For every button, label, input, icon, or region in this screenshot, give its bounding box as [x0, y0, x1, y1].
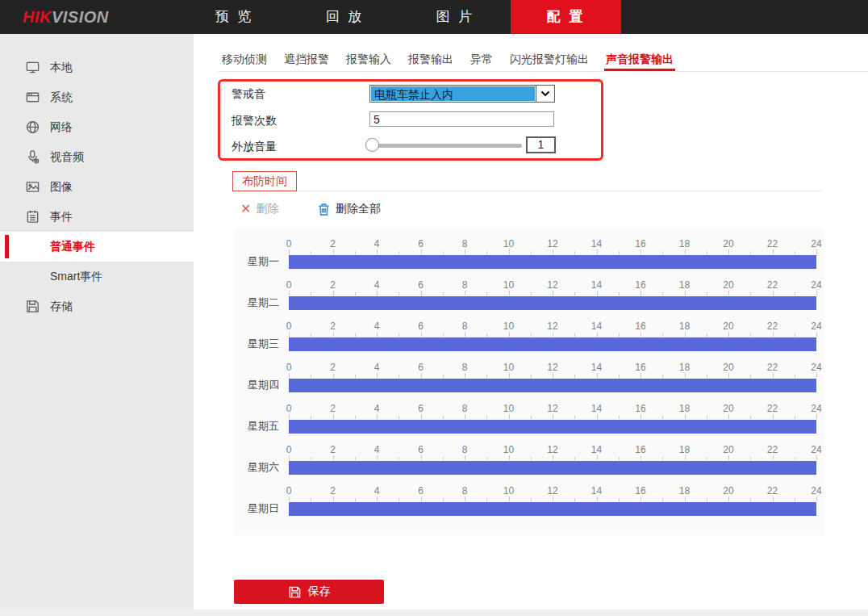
- sidebar-item-event[interactable]: 事件: [0, 202, 194, 232]
- hour-tick: [553, 373, 553, 378]
- hour-label: 10: [503, 404, 514, 414]
- hour-tick: [355, 457, 356, 460]
- schedule-bar-zone[interactable]: [289, 296, 816, 310]
- hour-label: 24: [811, 404, 821, 414]
- schedule-bar-zone[interactable]: [289, 337, 816, 351]
- topnav-tab-config[interactable]: 配 置: [511, 0, 621, 34]
- sidebar-item-image[interactable]: 图像: [0, 172, 194, 202]
- hour-tick: [773, 497, 774, 501]
- hour-label: 0: [286, 321, 292, 332]
- schedule-bar[interactable]: [289, 255, 816, 269]
- hour-label: 24: [811, 239, 821, 249]
- alarm-times-input[interactable]: [369, 111, 554, 127]
- schedule-day-row: 星期一024681012141618202224: [234, 239, 824, 280]
- save-button[interactable]: 保存: [234, 580, 384, 604]
- hour-tick: [443, 375, 444, 378]
- sidebar-item-video-audio[interactable]: 视音频: [0, 142, 194, 172]
- schedule-bar[interactable]: [289, 502, 816, 516]
- subtab-motion[interactable]: 移动侦测: [220, 50, 269, 71]
- monitor-icon: [25, 60, 41, 76]
- hour-label: 10: [503, 321, 514, 332]
- hour-tick: [662, 333, 663, 337]
- schedule-bar[interactable]: [289, 296, 816, 310]
- arming-schedule-tab[interactable]: 布防时间: [232, 171, 297, 191]
- sidebar-item-storage[interactable]: 存储: [0, 291, 194, 321]
- hour-tick: [443, 251, 444, 254]
- subtab-exception[interactable]: 异常: [469, 50, 495, 71]
- hour-tick: [773, 291, 774, 295]
- topnav-tab-preview[interactable]: 预 览: [179, 0, 290, 34]
- hour-label: 0: [286, 362, 292, 373]
- volume-slider[interactable]: [372, 137, 522, 153]
- schedule-bar[interactable]: [289, 379, 816, 392]
- hour-label: 18: [679, 239, 690, 249]
- save-label: 保存: [308, 585, 331, 599]
- sidebar-item-basic-event[interactable]: 普通事件: [0, 232, 194, 262]
- hour-label: 10: [503, 486, 514, 497]
- volume-value-box[interactable]: 1: [526, 136, 556, 153]
- volume-slider-handle[interactable]: [365, 138, 379, 152]
- schedule-bar[interactable]: [289, 420, 816, 434]
- hour-label: 14: [591, 404, 602, 414]
- hour-tick: [597, 497, 598, 501]
- hour-label: 16: [635, 239, 645, 249]
- hour-tick: [333, 455, 334, 460]
- sidebar-item-network[interactable]: 网络: [0, 112, 194, 142]
- hour-tick: [355, 251, 356, 254]
- hour-label: 18: [679, 362, 690, 373]
- hour-label: 18: [679, 404, 690, 414]
- hour-label: 16: [635, 445, 645, 455]
- hour-label: 6: [418, 280, 424, 291]
- schedule-day-row: 星期四024681012141618202224: [234, 362, 824, 404]
- subtab-alarm-in[interactable]: 报警输入: [344, 50, 393, 71]
- hour-tick: [816, 455, 817, 460]
- subtab-audio-output[interactable]: 声音报警输出: [604, 50, 675, 71]
- main-content: 移动侦测遮挡报警报警输入报警输出异常闪光报警灯输出声音报警输出 警戒音 报警次数…: [194, 34, 868, 610]
- topnav-tab-picture[interactable]: 图 片: [400, 0, 511, 34]
- subtab-flash-output[interactable]: 闪光报警灯输出: [508, 50, 590, 71]
- schedule-bar[interactable]: [289, 337, 816, 351]
- hour-label: 12: [547, 280, 557, 291]
- subtab-tamper[interactable]: 遮挡报警: [282, 50, 331, 71]
- hour-tick: [289, 414, 290, 419]
- schedule-bar-zone[interactable]: [289, 461, 816, 475]
- hour-tick: [574, 333, 575, 337]
- hour-tick: [707, 333, 707, 337]
- hour-tick: [465, 373, 465, 378]
- schedule-bar-zone[interactable]: [289, 379, 816, 392]
- hour-label: 0: [286, 445, 292, 455]
- topnav-tab-playback[interactable]: 回 放: [290, 0, 400, 34]
- schedule-bar-zone[interactable]: [289, 502, 816, 516]
- hour-label: 20: [723, 280, 733, 291]
- schedule-bar-zone[interactable]: [289, 420, 816, 434]
- hour-label: 24: [811, 445, 821, 455]
- delete-button[interactable]: ✕ 删除: [240, 201, 278, 217]
- hour-label: 18: [679, 280, 690, 291]
- hour-tick: [443, 498, 444, 501]
- subtab-alarm-out[interactable]: 报警输出: [407, 50, 455, 71]
- hour-tick: [421, 414, 422, 419]
- chevron-down-icon[interactable]: [536, 86, 554, 102]
- hour-tick: [574, 251, 575, 254]
- sidebar-item-system[interactable]: 系统: [0, 82, 194, 112]
- hour-label: 10: [503, 362, 514, 373]
- hour-tick: [707, 457, 707, 460]
- sidebar-item-local[interactable]: 本地: [0, 52, 194, 82]
- delete-all-button[interactable]: 删除全部: [317, 201, 381, 217]
- hour-tick: [289, 249, 290, 254]
- hour-label: 14: [591, 239, 602, 249]
- hour-label: 22: [767, 239, 778, 249]
- schedule-bar-zone[interactable]: [289, 255, 816, 269]
- hour-tick: [707, 292, 707, 295]
- hour-tick: [377, 332, 378, 337]
- schedule-bar[interactable]: [289, 461, 816, 475]
- sidebar-item-smart-event[interactable]: Smart事件: [0, 262, 194, 291]
- volume-slider-track[interactable]: [372, 144, 522, 148]
- alert-sound-select[interactable]: 电瓶车禁止入内: [369, 85, 555, 103]
- hour-tick: [641, 414, 641, 419]
- hour-tick: [750, 498, 751, 501]
- hour-tick: [421, 332, 422, 337]
- alert-sound-selected-value: 电瓶车禁止入内: [371, 86, 535, 101]
- day-label: 星期三: [248, 337, 279, 350]
- schedule-day-row: 星期二024681012141618202224: [234, 280, 824, 321]
